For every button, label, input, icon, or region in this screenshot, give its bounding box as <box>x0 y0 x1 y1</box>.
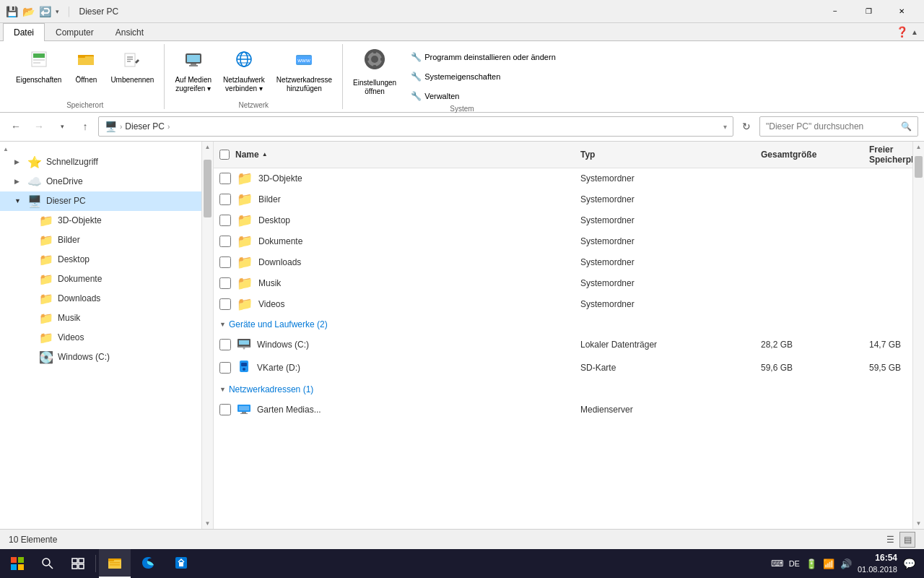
ribbon-help-icon[interactable]: ❓ <box>896 26 908 38</box>
sidebar-item-downloads[interactable]: ▶ 📁 Downloads <box>0 289 201 309</box>
row-vkarte-checkbox[interactable] <box>219 362 231 374</box>
row-desktop-checkbox[interactable] <box>219 215 231 226</box>
tray-keyboard[interactable]: ⌨ <box>771 558 783 569</box>
row-garten-medias[interactable]: Garten Medias... Medienserver <box>214 399 912 422</box>
quick-dropdown-icon[interactable]: ▾ <box>56 8 59 15</box>
row-garten-checkbox[interactable] <box>219 404 231 415</box>
quick-undo-icon[interactable]: ↩️ <box>39 6 51 17</box>
maximize-button[interactable]: ❐ <box>852 0 885 23</box>
view-list-button[interactable]: ▤ <box>899 532 915 548</box>
row-vkarte-d[interactable]: VKarte (D:) SD-Karte 59,6 GB 59,5 GB <box>214 357 912 380</box>
col-name-header[interactable]: Name ▲ <box>219 150 580 160</box>
netzlaufwerk-button[interactable]: Netzlaufwerkverbinden ▾ <box>219 47 269 95</box>
minimize-button[interactable]: − <box>819 0 852 23</box>
svg-rect-50 <box>79 564 84 569</box>
sidebar-item-musik[interactable]: ▶ 📁 Musik <box>0 309 201 328</box>
sidebar-item-onedrive[interactable]: ▶ ☁️ OneDrive <box>0 172 201 191</box>
netzwerkadresse-button[interactable]: www Netzwerkadressehinzufügen <box>272 47 336 95</box>
row-bilder[interactable]: 📁 Bilder Systemordner <box>214 189 912 210</box>
taskview-button[interactable] <box>64 549 92 578</box>
svg-rect-41 <box>11 557 17 563</box>
tray-wifi[interactable]: 📶 <box>823 558 834 569</box>
row-bilder-checkbox[interactable] <box>219 194 231 205</box>
tab-datei[interactable]: Datei <box>3 23 45 41</box>
quick-folder-icon[interactable]: 📂 <box>22 6 35 17</box>
einstellungen-button[interactable]: Einstellungenöffnen <box>349 44 401 109</box>
address-bar[interactable]: 🖥️ › Dieser PC › ▾ <box>98 116 733 137</box>
svg-rect-47 <box>72 558 77 563</box>
sidebar-item-schnellzugriff[interactable]: ▶ ⭐ Schnellzugriff <box>0 152 201 172</box>
content-scroll-down[interactable]: ▼ <box>914 518 924 529</box>
sidebar-item-windows-c[interactable]: ▶ 💽 Windows (C:) <box>0 348 201 367</box>
start-button[interactable] <box>3 549 32 578</box>
sidebar-item-dieser-pc[interactable]: ▼ 🖥️ Dieser PC <box>0 191 201 211</box>
search-input[interactable] <box>766 121 901 131</box>
row-3d-objekte[interactable]: 📁 3D-Objekte Systemordner <box>214 168 912 189</box>
freier-speicher-col-header[interactable]: Freier Speicherplatz <box>869 144 912 165</box>
search-icon[interactable]: 🔍 <box>901 121 912 131</box>
addr-dropdown-button[interactable]: ▾ <box>723 123 727 131</box>
view-details-button[interactable]: ☰ <box>882 532 898 548</box>
dropdown-button[interactable]: ▾ <box>52 116 72 137</box>
section-geraete[interactable]: ▼ Geräte und Laufwerke (2) <box>214 315 912 334</box>
row-musik-checkbox[interactable] <box>219 277 231 289</box>
sidebar-scroll-thumb[interactable] <box>204 160 212 217</box>
row-downloads-checkbox[interactable] <box>219 256 231 268</box>
forward-button[interactable]: → <box>29 116 49 137</box>
back-button[interactable]: ← <box>6 116 26 137</box>
typ-col-header[interactable]: Typ <box>580 150 761 160</box>
search-box[interactable]: 🔍 <box>759 116 918 137</box>
sidebar-item-desktop[interactable]: ▶ 📁 Desktop <box>0 250 201 269</box>
row-videos-checkbox[interactable] <box>219 298 231 310</box>
programm-deinstallieren-button[interactable]: 🔧 Programm deinstallieren oder ändern <box>406 51 560 64</box>
refresh-button[interactable]: ↻ <box>736 116 757 137</box>
notification-button[interactable]: 💬 <box>903 558 915 569</box>
content-scroll-thumb[interactable] <box>915 156 923 178</box>
dieser-pc-icon: 🖥️ <box>27 194 42 208</box>
row-videos[interactable]: 📁 Videos Systemordner <box>214 294 912 315</box>
sidebar-scroll-up-arrow[interactable]: ▲ <box>203 142 213 152</box>
sidebar-item-videos[interactable]: ▶ 📁 Videos <box>0 328 201 348</box>
row-desktop[interactable]: 📁 Desktop Systemordner <box>214 210 912 231</box>
up-button[interactable]: ↑ <box>75 116 95 137</box>
clock[interactable]: 16:54 01.08.2018 <box>858 552 897 575</box>
close-button[interactable]: ✕ <box>885 0 918 23</box>
sidebar-item-3d-objekte[interactable]: ▶ 📁 3D-Objekte <box>0 211 201 230</box>
sidebar-item-dokumente[interactable]: ▶ 📁 Dokumente <box>0 269 201 289</box>
row-dokumente-checkbox[interactable] <box>219 236 231 247</box>
sidebar-scrollbar[interactable]: ▲ ▼ <box>202 142 214 529</box>
systemeigenschaften-button[interactable]: 🔧 Systemeigenschaften <box>406 70 560 83</box>
section-netzwerk[interactable]: ▼ Netzwerkadressen (1) <box>214 380 912 399</box>
taskbar-explorer[interactable] <box>99 549 131 578</box>
taskbar-edge[interactable] <box>132 549 164 578</box>
window-title: Dieser PC <box>79 7 119 17</box>
sidebar-scroll-up[interactable]: ▲ <box>3 146 9 152</box>
tray-ime[interactable]: DE <box>789 559 800 568</box>
taskbar-store[interactable] <box>165 549 197 578</box>
row-3d-objekte-checkbox[interactable] <box>219 173 231 184</box>
row-vkarte-type: SD-Karte <box>580 363 761 373</box>
medien-zugreifen-button[interactable]: Auf Medienzugreifen ▾ <box>170 47 216 95</box>
eigenschaften-button[interactable]: Eigenschaften <box>12 47 66 87</box>
row-dokumente[interactable]: 📁 Dokumente Systemordner <box>214 231 912 252</box>
umbenennen-button[interactable]: Umbenennen <box>106 47 158 87</box>
tray-battery[interactable]: 🔋 <box>806 558 817 569</box>
sidebar-item-bilder[interactable]: ▶ 📁 Bilder <box>0 230 201 250</box>
select-all-checkbox[interactable] <box>219 150 230 160</box>
tab-ansicht[interactable]: Ansicht <box>105 23 154 41</box>
sidebar-scroll-down-arrow[interactable]: ▼ <box>203 518 213 529</box>
quick-save-icon[interactable]: 💾 <box>6 6 18 17</box>
ribbon-expand-icon[interactable]: ▲ <box>911 28 918 36</box>
tab-computer[interactable]: Computer <box>45 23 105 41</box>
row-windows-c[interactable]: Windows (C:) Lokaler Datenträger 28,2 GB… <box>214 334 912 357</box>
row-windows-c-checkbox[interactable] <box>219 339 231 350</box>
tray-volume[interactable]: 🔊 <box>840 558 852 569</box>
row-musik[interactable]: 📁 Musik Systemordner <box>214 273 912 294</box>
content-scrollbar[interactable]: ▲ ▼ <box>912 142 924 529</box>
row-downloads[interactable]: 📁 Downloads Systemordner <box>214 252 912 273</box>
search-button[interactable] <box>33 549 62 578</box>
oeffnen-button[interactable]: Öffnen <box>69 47 103 87</box>
gesamtgroesse-col-header[interactable]: Gesamtgröße <box>761 150 869 160</box>
content-scroll-up[interactable]: ▲ <box>914 142 924 152</box>
verwalten-button[interactable]: 🔧 Verwalten <box>406 90 560 103</box>
